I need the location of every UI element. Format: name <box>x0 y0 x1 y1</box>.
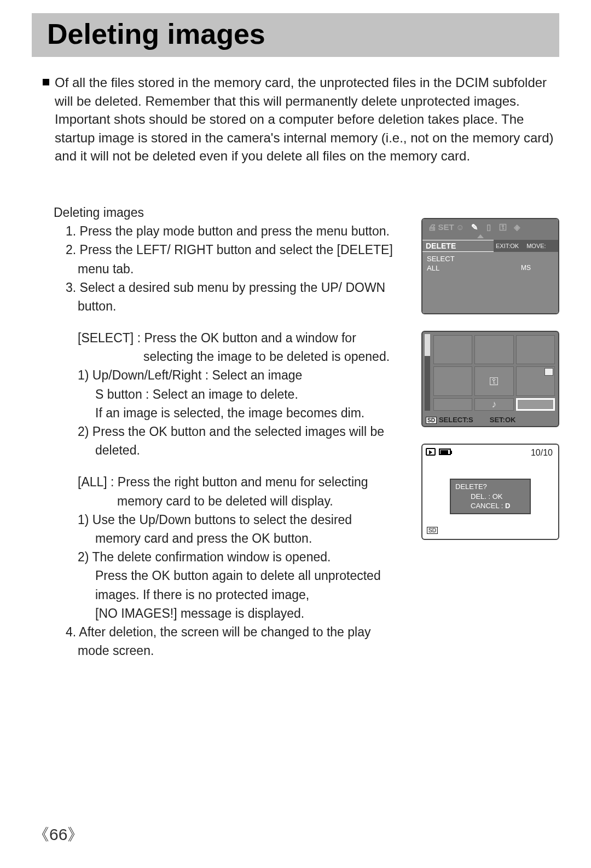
ms-label: MS <box>521 264 531 311</box>
figure-delete-menu: 🖨 SET ☺ ✎ ▯ ⚿ ◈ DELETE EXIT:OK MOVE: SEL… <box>421 218 559 314</box>
square-bullet-icon <box>43 79 49 85</box>
thumbnail-grid: ⚿ ♪ <box>433 335 555 411</box>
select-def-cont: selecting the image to be deleted is ope… <box>54 348 410 365</box>
figure-thumbnail-grid: ⚿ ♪ SDSELECT:S SET:OK <box>421 331 559 427</box>
thumbnail <box>516 335 555 365</box>
intro-paragraph: Of all the files stored in the memory ca… <box>43 73 559 165</box>
all-sub-2d: [NO IMAGES!] message is displayed. <box>54 605 410 622</box>
step-3-cont: button. <box>54 297 410 315</box>
exit-hint: EXIT:OK <box>496 243 519 249</box>
all-def-cont: memory card to be deleted will display. <box>54 492 410 510</box>
person-icon: ☺ <box>454 222 466 232</box>
all-sub-1b: memory card and press the OK button. <box>54 530 410 547</box>
thumbnail-key: ⚿ <box>474 366 513 396</box>
intro-text: Of all the files stored in the memory ca… <box>55 75 554 163</box>
figure-delete-confirm: 10/10 DELETE? DEL. : OK CANCEL : D SD <box>421 444 559 540</box>
sd-icon: SD <box>426 417 437 424</box>
figures-column: 🖨 SET ☺ ✎ ▯ ⚿ ◈ DELETE EXIT:OK MOVE: SEL… <box>421 204 559 660</box>
arrow-icon: ◈ <box>511 222 523 232</box>
all-sub-2b: Press the OK button again to delete all … <box>54 567 410 584</box>
thumbnail-note: ♪ <box>474 398 513 411</box>
topbar <box>426 448 451 456</box>
thumbnail <box>433 398 472 411</box>
select-hint: SELECT:S <box>439 416 473 424</box>
sd-badge-bottom: SD <box>427 525 440 534</box>
text-column: Deleting images 1. Press the play mode b… <box>54 204 421 660</box>
select-sub-2: 2) Press the OK button and the selected … <box>54 423 410 440</box>
all-def: [ALL] : Press the right button and menu … <box>54 473 410 491</box>
menu-title: DELETE <box>422 240 494 251</box>
select-sub-1b: S button : Select an image to delete. <box>54 386 410 403</box>
step-2-cont: menu tab. <box>54 260 410 278</box>
menu-tab-bar: 🖨 SET ☺ ✎ ▯ ⚿ ◈ <box>422 219 558 235</box>
all-sub-1: 1) Use the Up/Down buttons to select the… <box>54 511 410 528</box>
image-counter: 10/10 <box>531 448 553 458</box>
body-columns: Deleting images 1. Press the play mode b… <box>54 204 559 660</box>
sd-icon: SD <box>427 527 438 534</box>
menu-body: SELECT ALL MS <box>422 252 558 313</box>
step-3: 3. Select a desired sub menu by pressing… <box>54 279 410 296</box>
step-1: 1. Press the play mode button and press … <box>54 222 410 240</box>
set-tab: SET <box>440 222 452 232</box>
menu-options: SELECT ALL <box>422 252 494 313</box>
cancel-symbol: D <box>505 502 510 510</box>
dialog-line-2: DEL. : OK <box>455 492 525 502</box>
grid-footer: SDSELECT:S SET:OK <box>426 416 555 424</box>
dialog-line-3: CANCEL : D <box>455 501 525 511</box>
select-sub-1c: If an image is selected, the image becom… <box>54 404 410 422</box>
section-heading: Deleting images <box>54 204 410 221</box>
menu-right: MS <box>494 252 558 313</box>
confirm-dialog: DELETE? DEL. : OK CANCEL : D <box>450 479 531 514</box>
option-all: ALL <box>427 263 489 273</box>
select-sub-1: 1) Up/Down/Left/Right : Select an image <box>54 366 410 384</box>
print-icon: 🖨 <box>426 222 438 232</box>
set-hint: SET:OK <box>490 416 516 424</box>
title-bar: Deleting images <box>32 13 559 57</box>
dialog-line-1: DELETE? <box>455 482 525 492</box>
battery-icon <box>439 449 451 455</box>
play-mode-icon <box>426 448 436 456</box>
move-hint: MOVE: <box>526 243 546 249</box>
key-icon: ⚿ <box>489 376 499 387</box>
menu-hints: EXIT:OK MOVE: <box>494 240 558 252</box>
thumbnail <box>433 335 472 365</box>
cancel-prefix: CANCEL : <box>471 502 505 510</box>
thumbnail-badge <box>516 366 555 396</box>
all-sub-2c: images. If there is no protected image, <box>54 586 410 603</box>
thumbnail-selected <box>516 398 555 411</box>
music-note-icon: ♪ <box>491 399 496 410</box>
page-number-value: 66 <box>49 825 67 843</box>
menu-title-row: DELETE EXIT:OK MOVE: <box>422 240 558 252</box>
step-4: 4. After deletion, the screen will be ch… <box>54 623 410 641</box>
scrollbar-thumb <box>425 334 430 356</box>
page-title: Deleting images <box>47 18 544 50</box>
select-sub-2b: deleted. <box>54 441 410 459</box>
thumbnail <box>474 335 513 365</box>
scrollbar <box>425 334 430 411</box>
step-2: 2. Press the LEFT/ RIGHT button and sele… <box>54 241 410 258</box>
option-select: SELECT <box>427 254 489 263</box>
delete-tab-icon: ✎ <box>468 222 480 232</box>
page-icon: ▯ <box>483 222 495 232</box>
thumbnail <box>433 366 472 396</box>
step-4-cont: mode screen. <box>54 642 410 659</box>
page-number: 《66》 <box>33 824 84 846</box>
select-def: [SELECT] : Press the OK button and a win… <box>54 329 410 347</box>
all-sub-2: 2) The delete confirmation window is ope… <box>54 548 410 566</box>
key-icon: ⚿ <box>497 222 509 232</box>
tab-pointer-icon <box>422 235 558 240</box>
